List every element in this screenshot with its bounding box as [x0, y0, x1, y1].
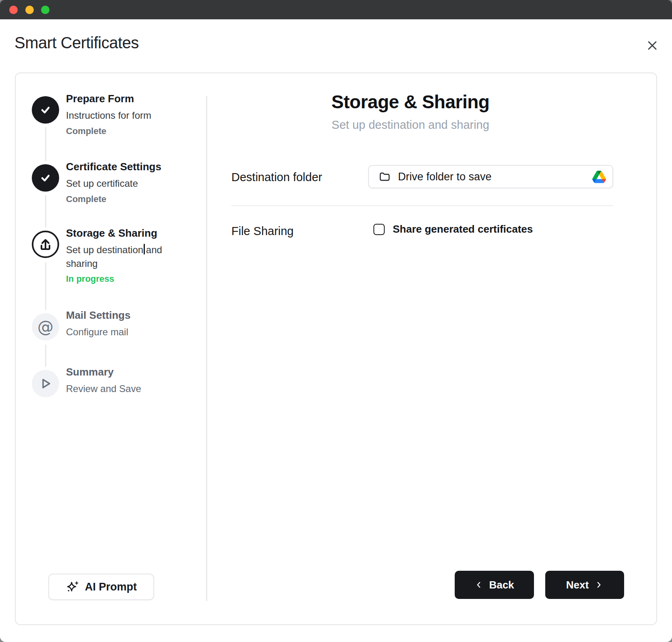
step-connector: [45, 127, 46, 161]
step-subtitle: Set up destination and sharing: [66, 243, 167, 270]
sparkle-icon: [66, 580, 79, 594]
step-3-indicator[interactable]: [32, 231, 59, 258]
next-button-label: Next: [566, 579, 589, 591]
step-status: Complete: [66, 126, 187, 136]
step-2-indicator[interactable]: [32, 164, 59, 192]
section-divider: [231, 205, 613, 206]
ai-prompt-label: AI Prompt: [85, 581, 137, 593]
step-status: Complete: [66, 194, 187, 204]
share-certificates-checkbox[interactable]: [373, 224, 385, 235]
share-certificates-option[interactable]: Share generated certificates: [373, 223, 533, 235]
sidebar-item-storage-sharing[interactable]: Storage & Sharing Set up destination and…: [66, 227, 187, 284]
step-subtitle: Instructions for form: [66, 109, 187, 122]
close-button[interactable]: [643, 36, 662, 55]
folder-icon: [379, 171, 391, 183]
titlebar: [0, 0, 672, 19]
share-certificates-checkbox-label: Share generated certificates: [393, 223, 533, 235]
text-caret: [144, 244, 145, 254]
drive-folder-picker-label: Drive folder to save: [398, 171, 585, 183]
step-status: In progress: [66, 274, 187, 284]
check-icon: [39, 103, 52, 117]
wizard-panel: [15, 72, 657, 625]
traffic-light-close-icon[interactable]: [9, 6, 18, 14]
sidebar-item-certificate-settings[interactable]: Certificate Settings Set up certificate …: [66, 161, 187, 204]
smart-certificates-window: Smart Certificates Prepare Form Instruct…: [0, 0, 672, 642]
stepper-divider: [206, 96, 207, 601]
chevron-left-icon: [474, 580, 483, 589]
step-subtitle: Configure mail: [66, 325, 187, 339]
sidebar-item-prepare-form[interactable]: Prepare Form Instructions for form Compl…: [66, 93, 187, 136]
google-drive-icon: [592, 171, 606, 183]
close-icon: [646, 39, 659, 52]
step-subtitle: Review and Save: [66, 382, 187, 396]
step-title: Mail Settings: [66, 309, 187, 322]
step-subtitle: Set up certificate: [66, 177, 187, 190]
upload-icon: [38, 237, 53, 252]
back-button-label: Back: [489, 579, 514, 591]
step-title: Prepare Form: [66, 93, 187, 105]
step-title: Certificate Settings: [66, 161, 187, 173]
content-subtitle: Set up destination and sharing: [207, 118, 614, 132]
step-connector: [45, 345, 46, 367]
step-4-indicator[interactable]: [32, 313, 59, 341]
destination-folder-label: Destination folder: [231, 171, 322, 184]
next-button[interactable]: Next: [545, 571, 624, 599]
at-icon: [37, 318, 54, 336]
ai-prompt-button[interactable]: AI Prompt: [48, 574, 154, 600]
content-title: Storage & Sharing: [207, 91, 614, 113]
drive-folder-picker-button[interactable]: Drive folder to save: [368, 165, 613, 188]
file-sharing-label: File Sharing: [231, 225, 294, 238]
traffic-light-zoom-icon[interactable]: [41, 6, 49, 14]
play-icon: [38, 376, 53, 391]
check-icon: [39, 171, 52, 185]
traffic-light-minimize-icon[interactable]: [25, 6, 34, 14]
step-title: Storage & Sharing: [66, 227, 187, 239]
step-connector: [45, 262, 46, 310]
step-5-indicator[interactable]: [32, 370, 59, 397]
page-title: Smart Certificates: [14, 34, 139, 52]
back-button[interactable]: Back: [455, 571, 534, 599]
chevron-right-icon: [594, 580, 603, 589]
sidebar-item-summary[interactable]: Summary Review and Save: [66, 366, 187, 399]
step-connector: [45, 195, 46, 227]
sidebar-item-mail-settings[interactable]: Mail Settings Configure mail: [66, 309, 187, 343]
step-title: Summary: [66, 366, 187, 378]
step-1-indicator[interactable]: [32, 96, 59, 124]
